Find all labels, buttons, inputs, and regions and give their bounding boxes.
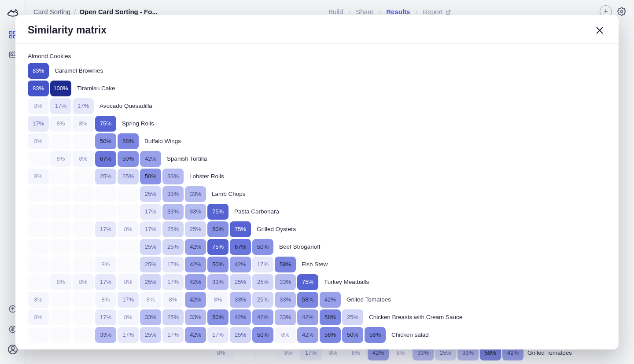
matrix-cell[interactable]: 33% <box>185 309 206 325</box>
matrix-cell[interactable]: 25% <box>230 327 251 343</box>
matrix-cell[interactable]: 75% <box>95 116 116 132</box>
matrix-cell[interactable]: 33% <box>162 169 184 184</box>
matrix-cell[interactable]: 25% <box>140 186 161 202</box>
matrix-cell[interactable]: 58% <box>365 327 386 343</box>
matrix-cell[interactable]: 8% <box>118 221 139 237</box>
matrix-cell[interactable]: 17% <box>95 309 116 325</box>
matrix-cell[interactable]: 50% <box>95 133 116 149</box>
matrix-cell[interactable] <box>50 239 71 255</box>
matrix-cell[interactable]: 50% <box>140 169 161 184</box>
matrix-cell[interactable] <box>73 257 94 272</box>
matrix-cell[interactable]: 42% <box>140 151 161 167</box>
matrix-cell[interactable]: 25% <box>140 274 161 290</box>
matrix-cell[interactable]: 17% <box>252 257 273 272</box>
matrix-cell[interactable]: 17% <box>207 327 229 343</box>
matrix-cell[interactable] <box>50 327 71 343</box>
matrix-cell[interactable] <box>50 169 71 184</box>
matrix-cell[interactable]: 25% <box>185 221 206 237</box>
matrix-cell[interactable]: 42% <box>185 327 206 343</box>
matrix-cell[interactable]: 8% <box>28 292 49 308</box>
matrix-cell[interactable]: 33% <box>275 292 296 308</box>
matrix-cell[interactable]: 25% <box>140 327 161 343</box>
matrix-cell[interactable]: 17% <box>140 204 161 220</box>
matrix-cell[interactable]: 33% <box>275 274 296 290</box>
close-button[interactable] <box>593 24 606 37</box>
matrix-cell[interactable] <box>50 257 71 272</box>
matrix-cell[interactable]: 42% <box>230 257 251 272</box>
matrix-cell[interactable] <box>50 204 71 220</box>
matrix-cell[interactable]: 50% <box>207 309 229 325</box>
matrix-cell[interactable]: 58% <box>320 327 341 343</box>
matrix-cell[interactable]: 33% <box>162 186 184 202</box>
matrix-cell[interactable] <box>50 292 71 308</box>
matrix-cell[interactable]: 42% <box>297 327 318 343</box>
matrix-cell[interactable]: 75% <box>207 204 229 220</box>
matrix-cell[interactable] <box>73 239 94 255</box>
matrix-cell[interactable] <box>95 186 116 202</box>
matrix-cell[interactable]: 8% <box>207 292 229 308</box>
matrix-cell[interactable] <box>73 309 94 325</box>
matrix-cell[interactable]: 25% <box>162 221 184 237</box>
matrix-cell[interactable]: 17% <box>73 98 94 114</box>
matrix-cell[interactable]: 42% <box>185 274 206 290</box>
matrix-cell[interactable]: 67% <box>95 151 116 167</box>
matrix-cell[interactable]: 17% <box>95 221 116 237</box>
matrix-cell[interactable] <box>73 133 94 149</box>
matrix-cell[interactable]: 83% <box>28 81 49 96</box>
matrix-cell[interactable] <box>50 221 71 237</box>
matrix-cell[interactable] <box>73 327 94 343</box>
matrix-cell[interactable] <box>28 221 49 237</box>
matrix-cell[interactable] <box>95 239 116 255</box>
matrix-cell[interactable] <box>118 186 139 202</box>
matrix-cell[interactable]: 67% <box>230 239 251 255</box>
matrix-cell[interactable]: 17% <box>50 98 71 114</box>
matrix-cell[interactable]: 25% <box>95 169 116 184</box>
matrix-cell[interactable]: 17% <box>162 257 184 272</box>
matrix-cell[interactable]: 8% <box>28 169 49 184</box>
matrix-cell[interactable]: 25% <box>252 292 273 308</box>
matrix-cell[interactable]: 42% <box>320 292 341 308</box>
matrix-cell[interactable]: 8% <box>28 98 49 114</box>
matrix-cell[interactable]: 8% <box>95 292 116 308</box>
matrix-cell[interactable]: 75% <box>297 274 318 290</box>
matrix-cell[interactable]: 25% <box>162 309 184 325</box>
matrix-cell[interactable]: 17% <box>140 221 161 237</box>
matrix-cell[interactable]: 50% <box>207 257 229 272</box>
matrix-cell[interactable] <box>118 257 139 272</box>
matrix-cell[interactable]: 83% <box>28 63 49 79</box>
matrix-cell[interactable]: 25% <box>140 239 161 255</box>
matrix-cell[interactable] <box>28 274 49 290</box>
matrix-cell[interactable] <box>28 151 49 167</box>
matrix-cell[interactable]: 25% <box>342 309 363 325</box>
matrix-cell[interactable]: 25% <box>252 274 273 290</box>
matrix-cell[interactable]: 8% <box>50 116 71 132</box>
matrix-cell[interactable] <box>28 204 49 220</box>
matrix-cell[interactable]: 33% <box>230 292 251 308</box>
matrix-cell[interactable]: 8% <box>28 309 49 325</box>
matrix-cell[interactable] <box>50 186 71 202</box>
matrix-cell[interactable]: 33% <box>207 274 229 290</box>
matrix-cell[interactable] <box>28 327 49 343</box>
matrix-cell[interactable]: 100% <box>50 81 71 96</box>
matrix-cell[interactable] <box>118 239 139 255</box>
matrix-cell[interactable]: 8% <box>118 309 139 325</box>
matrix-cell[interactable]: 17% <box>118 292 139 308</box>
matrix-cell[interactable]: 42% <box>252 309 273 325</box>
matrix-cell[interactable]: 25% <box>118 169 139 184</box>
matrix-cell[interactable] <box>95 204 116 220</box>
matrix-cell[interactable] <box>118 204 139 220</box>
matrix-cell[interactable]: 42% <box>230 309 251 325</box>
matrix-cell[interactable]: 8% <box>50 151 71 167</box>
matrix-cell[interactable]: 8% <box>73 151 94 167</box>
matrix-cell[interactable]: 17% <box>162 327 184 343</box>
matrix-cell[interactable] <box>73 204 94 220</box>
matrix-cell[interactable]: 8% <box>275 327 296 343</box>
matrix-cell[interactable]: 33% <box>185 186 206 202</box>
matrix-cell[interactable]: 50% <box>252 239 273 255</box>
matrix-cell[interactable]: 75% <box>207 239 229 255</box>
matrix-cell[interactable] <box>28 186 49 202</box>
matrix-cell[interactable]: 50% <box>252 327 273 343</box>
matrix-cell[interactable] <box>50 133 71 149</box>
matrix-cell[interactable]: 17% <box>28 116 49 132</box>
matrix-cell[interactable]: 75% <box>230 221 251 237</box>
